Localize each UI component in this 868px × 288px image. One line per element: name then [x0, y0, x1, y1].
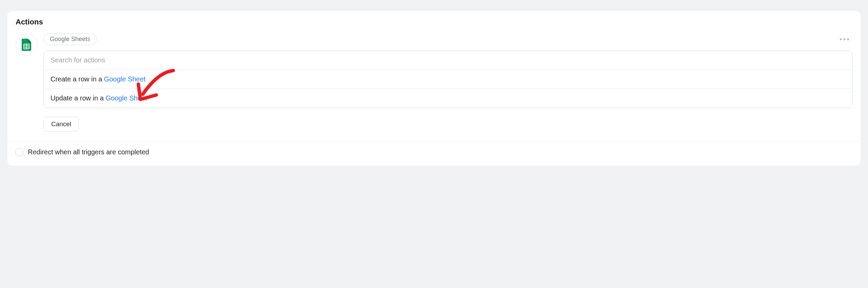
redirect-label: Redirect when all triggers are completed — [28, 148, 149, 156]
action-option-update-row[interactable]: Update a row in a Google Sheet — [44, 89, 852, 108]
redirect-checkbox[interactable] — [16, 149, 23, 156]
action-config-row: Google Sheets ••• Create a row in a Goog… — [16, 33, 852, 132]
action-option-create-row[interactable]: Create a row in a Google Sheet — [44, 70, 852, 89]
search-actions-input[interactable] — [44, 51, 852, 70]
integration-chip[interactable]: Google Sheets — [43, 33, 97, 45]
panel-title: Actions — [16, 18, 852, 26]
option-prefix: Create a row in a — [51, 75, 104, 83]
option-link: Google Sheet — [104, 75, 145, 83]
option-link: Google Sheet — [105, 94, 147, 102]
google-sheets-icon — [22, 39, 31, 51]
cancel-button[interactable]: Cancel — [43, 117, 79, 132]
chip-row: Google Sheets ••• — [43, 33, 852, 45]
option-prefix: Update a row in a — [51, 94, 105, 102]
section-divider — [7, 141, 861, 141]
actions-panel: Actions Google Sheets ••• Create a row i… — [7, 11, 861, 166]
redirect-row: Redirect when all triggers are completed — [16, 148, 852, 157]
more-options-icon[interactable]: ••• — [837, 34, 852, 45]
action-search-dropdown: Create a row in a Google Sheet Update a … — [43, 51, 852, 108]
action-body: Google Sheets ••• Create a row in a Goog… — [43, 33, 852, 132]
integration-icon-container — [16, 34, 37, 56]
